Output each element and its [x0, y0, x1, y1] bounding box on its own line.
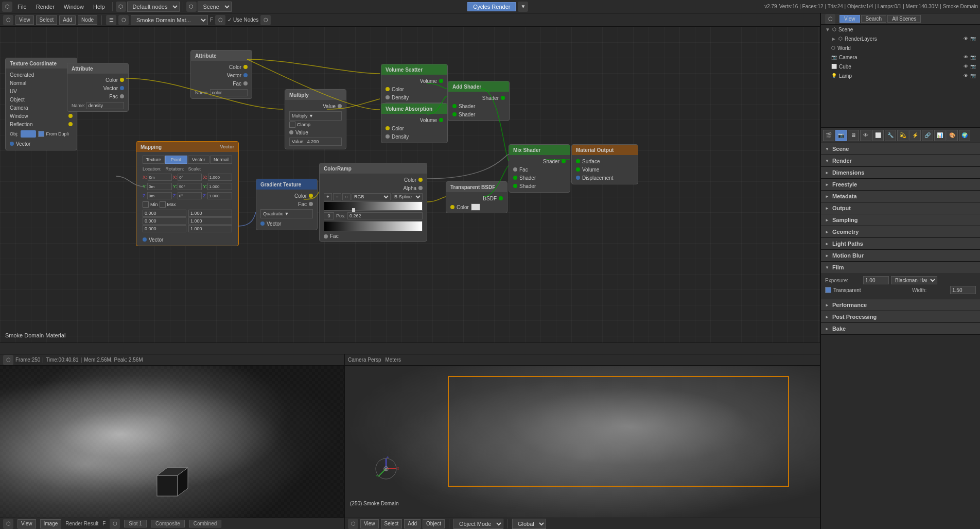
material-select[interactable]: Smoke Domain Mat...	[131, 15, 208, 25]
lamp-vis[interactable]: 👁	[964, 73, 968, 78]
data-prop-icon[interactable]: 📊	[934, 130, 946, 141]
view-btn2[interactable]: View	[18, 519, 36, 528]
vp-add-btn[interactable]: Add	[404, 519, 421, 528]
metadata-header[interactable]: ► Metadata	[821, 191, 980, 202]
cr-mode-select[interactable]: RGB	[352, 193, 391, 200]
vp-view-btn[interactable]: View	[360, 519, 379, 528]
loc-x-val[interactable]: 0m	[148, 174, 172, 181]
min-y[interactable]: 0.000	[143, 217, 186, 225]
ramp-stop-1[interactable]	[352, 208, 355, 212]
vp-select-btn[interactable]: Select	[381, 519, 402, 528]
film-header[interactable]: ▼ Film	[821, 262, 980, 273]
render-menu[interactable]: Render	[32, 3, 59, 11]
tree-cube[interactable]: ⬜ Cube 👁 📷	[827, 62, 980, 71]
tree-lamp[interactable]: 💡 Lamp 👁 📷	[827, 71, 980, 80]
material-prop-icon[interactable]: 🎨	[947, 130, 958, 141]
outliner-icon[interactable]: ⬡	[825, 14, 835, 24]
motion-blur-header[interactable]: ► Motion Blur	[821, 250, 980, 261]
loc-z-val[interactable]: 0m	[147, 192, 172, 199]
scene-section-header[interactable]: ▼ Scene	[821, 143, 980, 155]
quadratic-select[interactable]: Quadratic ▼	[260, 209, 313, 218]
vp-mode-icon[interactable]: ⬡	[348, 519, 358, 529]
rot-y-val[interactable]: 90°	[178, 183, 202, 190]
rot-z-val[interactable]: 0°	[178, 192, 202, 199]
cycles-render-button[interactable]: Cycles Render	[467, 2, 516, 11]
gradient-texture-node[interactable]: Gradient Texture Color Fac Quadratic ▼ V…	[256, 179, 318, 230]
cube-rend[interactable]: 📷	[970, 64, 976, 69]
post-processing-header[interactable]: ► Post Processing	[821, 311, 980, 322]
point-tab[interactable]: Point	[165, 156, 187, 164]
light-paths-header[interactable]: ► Light Paths	[821, 238, 980, 249]
add-btn[interactable]: Add	[59, 15, 76, 25]
output-header[interactable]: ► Output	[821, 202, 980, 214]
render-editor-icon[interactable]: ⬡	[3, 355, 13, 365]
mapping-node[interactable]: Mapping Vector Texture Point Vector Norm…	[136, 141, 239, 246]
freestyle-header[interactable]: ► Freestyle	[821, 179, 980, 190]
exposure-input[interactable]	[863, 276, 889, 284]
max-z[interactable]: 1.000	[188, 225, 232, 232]
engine-icon[interactable]: ▼	[518, 2, 528, 12]
footer-icon[interactable]: ⬡	[3, 519, 13, 529]
render-section-header[interactable]: ▼ Render	[821, 155, 980, 166]
width-input[interactable]	[950, 286, 976, 294]
color-ramp-bar[interactable]	[324, 201, 423, 211]
trans-color-swatch[interactable]	[471, 203, 480, 211]
render-prop-icon[interactable]: 📷	[835, 130, 847, 141]
object-mode-select[interactable]: Object Mode	[453, 519, 503, 529]
clamp-check[interactable]	[289, 122, 295, 128]
lamp-rend[interactable]: 📷	[970, 73, 976, 78]
view-prop-icon[interactable]: 👁	[860, 130, 871, 141]
search-tab[interactable]: Search	[861, 15, 887, 23]
volume-absorption-node[interactable]: Volume Absorption Volume Color Density	[381, 103, 448, 143]
icon1[interactable]: ☰	[106, 15, 116, 25]
density-input[interactable]: density	[86, 102, 124, 109]
normal-tab[interactable]: Normal	[210, 156, 232, 164]
min-check[interactable]	[143, 201, 149, 208]
cube-vis[interactable]: 👁	[964, 64, 968, 69]
cam-rend[interactable]: 📷	[970, 55, 976, 60]
texture-tab[interactable]: Texture	[143, 156, 165, 164]
max-y[interactable]: 1.000	[188, 217, 232, 225]
color-ramp-node[interactable]: ColorRamp Color Alpha + − ↔	[319, 163, 427, 242]
physics-prop-icon[interactable]: ⚡	[909, 130, 921, 141]
color-input[interactable]: color	[210, 89, 248, 96]
cr-del-btn[interactable]: −	[333, 193, 341, 200]
mul-value-field[interactable]: Value: 4.200	[289, 138, 342, 146]
editor-type-icon[interactable]: ⬡	[116, 2, 126, 12]
add-shader-node[interactable]: Add Shader Shader Shader Shader	[448, 81, 510, 121]
modifier-prop-icon[interactable]: 🔧	[885, 130, 896, 141]
node-layout-select[interactable]: Default nodes	[127, 2, 180, 12]
type-dropdown[interactable]: Multiply ▼	[289, 111, 342, 121]
cr-add-btn[interactable]: +	[324, 193, 332, 200]
cam-vis[interactable]: 👁	[964, 55, 968, 60]
rot-x-val[interactable]: 0°	[178, 174, 202, 181]
rl-vis-icon[interactable]: 👁	[964, 36, 968, 41]
object-prop-icon[interactable]: ⬜	[872, 130, 884, 141]
global-select[interactable]: Global	[512, 519, 546, 529]
output-prop-icon[interactable]: 🖥	[848, 130, 859, 141]
image-btn[interactable]: Image	[40, 519, 62, 528]
from-dupli-checkbox[interactable]	[38, 131, 44, 137]
max-check[interactable]	[160, 201, 166, 208]
help-menu[interactable]: Help	[89, 3, 109, 11]
scale-y-val[interactable]: 1.000	[207, 183, 232, 190]
min-x[interactable]: 0.000	[143, 210, 186, 217]
rl-render-icon[interactable]: 📷	[970, 36, 976, 41]
loc-y-val[interactable]: 0m	[147, 183, 172, 190]
slot-select[interactable]: Slot 1	[124, 520, 147, 527]
cr-flip-btn[interactable]: ↔	[342, 193, 351, 200]
tree-camera[interactable]: 📷 Camera 👁 📷	[827, 53, 980, 62]
cr-pos-val[interactable]: 0.262	[347, 212, 423, 219]
performance-header[interactable]: ► Performance	[821, 299, 980, 311]
max-x[interactable]: 1.000	[188, 210, 232, 217]
scale-x-val[interactable]: 1.000	[208, 174, 232, 181]
dimensions-header[interactable]: ► Dimensions	[821, 167, 980, 178]
particles-prop-icon[interactable]: 💫	[897, 130, 908, 141]
scene-prop-icon[interactable]: 🎬	[823, 130, 834, 141]
multiply-node[interactable]: Multiply Value Multiply ▼ Clamp Value	[285, 89, 346, 149]
tree-render-layers[interactable]: ► ⬡ RenderLayers 👁 📷	[827, 34, 980, 43]
vp-object-btn[interactable]: Object	[423, 519, 445, 528]
sampling-header[interactable]: ► Sampling	[821, 214, 980, 226]
combined-btn[interactable]: Combined	[189, 520, 222, 527]
use-nodes-icon[interactable]: ⬡	[215, 15, 225, 25]
